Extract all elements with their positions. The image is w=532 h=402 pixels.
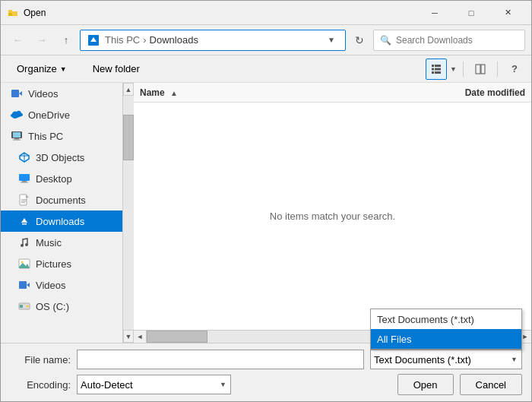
toolbar: Organize ▼ New folder ▼ [1, 55, 531, 83]
dropdown-item-txt[interactable]: Text Documents (*.txt) [371, 309, 521, 329]
window-title: Open [24, 8, 417, 18]
svg-rect-5 [432, 65, 434, 67]
svg-rect-31 [22, 223, 27, 225]
svg-rect-27 [21, 201, 27, 201]
filetype-select[interactable]: Text Documents (*.txt) All Files [370, 350, 522, 369]
filename-row: File name: Text Documents (*.txt) All Fi… [10, 350, 522, 369]
file-area: Name ▲ Date modified No items match your… [134, 83, 531, 343]
open-button[interactable]: Open [397, 374, 454, 395]
svg-rect-23 [22, 181, 27, 182]
maximize-button[interactable]: □ [454, 2, 489, 24]
sidebar-label-pictures: Pictures [36, 258, 71, 270]
search-box[interactable]: 🔍 [373, 30, 525, 51]
sidebar-item-os-c[interactable]: OS (C:) [1, 296, 122, 317]
svg-rect-24 [21, 182, 28, 183]
sidebar-item-pictures[interactable]: Pictures [1, 253, 122, 274]
sidebar-item-3d-objects[interactable]: 3D Objects [1, 147, 122, 168]
svg-rect-12 [481, 65, 485, 74]
svg-rect-26 [21, 199, 27, 200]
toolbar-right: ▼ ? [426, 59, 525, 80]
close-button[interactable]: ✕ [490, 2, 525, 24]
address-dropdown-arrow[interactable]: ▼ [324, 33, 339, 48]
new-folder-button[interactable]: New folder [83, 59, 150, 80]
sidebar: Videos OneDrive [1, 83, 122, 343]
sidebar-label-videos-bottom: Videos [36, 280, 66, 291]
open-dialog: Open ─ □ ✕ ← → ↑ This PC › Downloads ▼ ↻ [0, 0, 532, 402]
music-icon [17, 236, 31, 249]
search-input[interactable] [396, 35, 518, 46]
pictures-icon [17, 257, 31, 271]
sidebar-item-downloads[interactable]: Downloads [1, 210, 122, 232]
filetype-dropdown-popup: Text Documents (*.txt) All Files [370, 309, 522, 350]
svg-rect-16 [13, 132, 21, 138]
h-scroll-thumb[interactable] [147, 331, 207, 343]
svg-rect-22 [19, 174, 30, 181]
path-downloads: Downloads [150, 34, 198, 46]
onedrive-icon [10, 108, 24, 122]
svg-rect-8 [435, 68, 441, 70]
file-content-empty: No items match your search. [134, 103, 531, 330]
encoding-label: Encoding: [10, 379, 71, 391]
sidebar-label-os-c: OS (C:) [36, 301, 69, 312]
h-scroll-left[interactable]: ◄ [134, 331, 147, 343]
refresh-button[interactable]: ↻ [349, 30, 370, 51]
computer-icon [10, 129, 24, 143]
sidebar-item-music[interactable]: Music [1, 232, 122, 253]
sidebar-label-onedrive: OneDrive [28, 109, 70, 121]
drive-icon [17, 299, 31, 313]
main-area: Videos OneDrive [1, 83, 531, 343]
cancel-button[interactable]: Cancel [460, 374, 522, 395]
sidebar-item-documents[interactable]: Documents [1, 189, 122, 210]
svg-rect-6 [435, 65, 441, 67]
up-button[interactable]: ↑ [55, 30, 77, 51]
toolbar-separator-2 [497, 62, 498, 77]
sidebar-item-this-pc[interactable]: This PC [1, 125, 122, 147]
search-icon: 🔍 [380, 35, 391, 46]
sidebar-scroll-up[interactable]: ▲ [123, 83, 134, 96]
view-dropdown-arrow[interactable]: ▼ [450, 65, 457, 73]
minimize-button[interactable]: ─ [417, 2, 452, 24]
new-folder-label: New folder [93, 63, 140, 74]
svg-rect-7 [432, 68, 434, 70]
svg-marker-14 [19, 91, 22, 96]
organize-button[interactable]: Organize ▼ [7, 59, 77, 80]
sidebar-item-desktop[interactable]: Desktop [1, 168, 122, 189]
sidebar-label-this-pc: This PC [28, 131, 63, 142]
sidebar-label-music: Music [36, 237, 62, 248]
organize-arrow: ▼ [60, 65, 67, 73]
list-view-button[interactable] [426, 59, 447, 80]
svg-point-33 [25, 243, 28, 246]
sidebar-container: Videos OneDrive [1, 83, 134, 343]
svg-rect-37 [19, 281, 27, 289]
svg-point-41 [27, 305, 29, 308]
toolbar-separator [463, 62, 464, 77]
sidebar-scroll-thumb[interactable] [123, 115, 134, 160]
address-box[interactable]: This PC › Downloads ▼ [80, 30, 346, 51]
desktop-icon [17, 172, 31, 185]
sidebar-scroll-down[interactable]: ▼ [123, 330, 134, 343]
preview-pane-button[interactable] [470, 59, 491, 80]
sidebar-scroll-track [123, 96, 134, 330]
file-header: Name ▲ Date modified [134, 83, 531, 103]
filename-label: File name: [10, 354, 71, 366]
sidebar-item-videos-top[interactable]: Videos [1, 83, 122, 104]
help-button[interactable]: ? [504, 59, 525, 80]
back-button[interactable]: ← [7, 30, 28, 51]
filename-input[interactable] [77, 350, 364, 369]
col-date: Date modified [404, 87, 525, 98]
filetype-container: Text Documents (*.txt) All Files ▼ Text … [370, 350, 522, 369]
encoding-buttons-row: Encoding: Auto-Detect UTF-8 UTF-16 Open … [10, 374, 522, 395]
sidebar-item-videos-bottom[interactable]: Videos [1, 274, 122, 296]
encoding-select[interactable]: Auto-Detect UTF-8 UTF-16 [77, 375, 231, 394]
dropdown-item-all[interactable]: All Files [371, 329, 521, 349]
svg-rect-18 [13, 140, 21, 141]
svg-rect-28 [21, 202, 25, 203]
svg-rect-2 [8, 13, 12, 16]
3d-icon [17, 150, 31, 164]
downloads-nav-icon [87, 33, 100, 47]
address-path: This PC › Downloads [87, 33, 198, 47]
encoding-select-wrapper: Auto-Detect UTF-8 UTF-16 [77, 375, 231, 394]
forward-button[interactable]: → [31, 30, 52, 51]
sidebar-item-onedrive[interactable]: OneDrive [1, 104, 122, 125]
organize-label: Organize [17, 63, 57, 74]
